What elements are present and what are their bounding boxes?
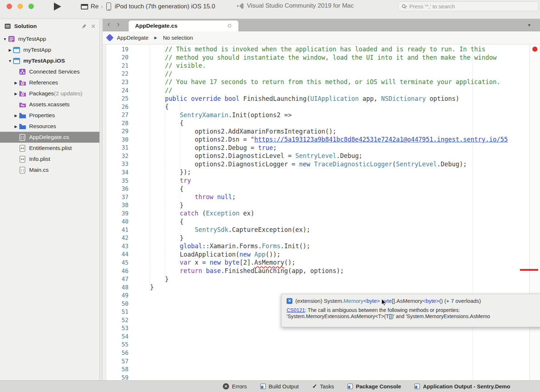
tree-disclosure-icon[interactable]: ▶	[13, 114, 19, 118]
code-line-42[interactable]: 42 }	[103, 234, 540, 242]
code-line-19[interactable]: 19 // This method is invoked when the ap…	[103, 45, 540, 54]
code-line-29[interactable]: 29 options2.AddXamarinFormsIntegration()…	[103, 127, 540, 135]
line-number[interactable]: 28	[103, 120, 129, 127]
tab-modified-indicator[interactable]	[228, 24, 231, 27]
code-line-21[interactable]: 21 // visible.	[103, 62, 540, 70]
sidebar-item-mytestapp[interactable]: ▶myTestApp	[0, 44, 99, 55]
pad-button-errors[interactable]: ✕Errors	[223, 383, 247, 389]
code-line-32[interactable]: 32 options2.DiagnosticLevel = SentryLeve…	[103, 152, 540, 160]
line-number[interactable]: 21	[103, 62, 129, 69]
code-line-35[interactable]: 35 try	[103, 177, 540, 185]
sidebar-item-entitlements-plist[interactable]: Entitlements.plist	[0, 143, 99, 154]
code-line-33[interactable]: 33 options2.DiagnosticLogger = new Trace…	[103, 160, 540, 169]
code-line-25[interactable]: 25 public override bool FinishedLaunchin…	[103, 94, 540, 103]
line-number[interactable]: 35	[103, 177, 129, 184]
code-line-38[interactable]: 38 }	[103, 201, 540, 209]
line-number[interactable]: 57	[103, 358, 129, 365]
line-number[interactable]: 44	[103, 251, 129, 258]
line-number[interactable]: 34	[103, 169, 129, 176]
line-number[interactable]: 24	[103, 87, 129, 94]
line-number[interactable]: 36	[103, 185, 129, 192]
line-number[interactable]: 59	[103, 374, 129, 380]
line-number[interactable]: 45	[103, 259, 129, 266]
line-number[interactable]: 56	[103, 349, 129, 356]
code-line-56[interactable]: 56	[103, 349, 540, 357]
code-line-59[interactable]: 59	[103, 373, 540, 380]
run-button[interactable]	[54, 3, 61, 11]
code-line-24[interactable]: 24 //	[103, 86, 540, 95]
tree-disclosure-icon[interactable]: ▶	[13, 92, 19, 96]
code-line-46[interactable]: 46 return base.FinishedLaunching(app, op…	[103, 267, 540, 275]
line-number[interactable]: 31	[103, 144, 129, 151]
device-selector[interactable]: iPod touch (7th generation) iOS 15.0	[106, 2, 215, 11]
line-number[interactable]: 51	[103, 308, 129, 315]
sidebar-item-appdelegate-cs[interactable]: {}AppDelegate.cs	[0, 132, 99, 143]
line-number[interactable]: 43	[103, 243, 129, 250]
code-line-20[interactable]: 20 // method you should instantiate the …	[103, 54, 540, 62]
pad-button-tasks[interactable]: ✓Tasks	[312, 383, 334, 390]
line-number[interactable]: 42	[103, 234, 129, 241]
code-line-23[interactable]: 23 // You have 17 seconds to return from…	[103, 78, 540, 86]
line-number[interactable]: 48	[103, 284, 129, 291]
code-line-36[interactable]: 36 {	[103, 185, 540, 193]
code-line-30[interactable]: 30 options2.Dsn = "https://5a193123a9b84…	[103, 135, 540, 144]
sidebar-item-properties[interactable]: ▶Properties	[0, 110, 99, 121]
line-number[interactable]: 46	[103, 268, 129, 274]
code-line-54[interactable]: 54	[103, 332, 540, 341]
line-number[interactable]: 55	[103, 341, 129, 348]
code-line-44[interactable]: 44 LoadApplication(new App());	[103, 250, 540, 259]
global-search[interactable]	[398, 1, 539, 11]
sidebar-item-references[interactable]: ▶References	[0, 77, 99, 88]
pad-button-build-output[interactable]: Build Output	[260, 383, 299, 389]
sidebar-item-packages[interactable]: ▶Packages (2 updates)	[0, 88, 99, 99]
code-line-31[interactable]: 31 options2.Debug = true;	[103, 144, 540, 152]
code-line-48[interactable]: 48 }	[103, 283, 540, 292]
navigate-forward-button[interactable]: ›	[114, 20, 122, 29]
close-window-button[interactable]	[7, 4, 12, 9]
sidebar-item-main-cs[interactable]: {}Main.cs	[0, 165, 99, 175]
code-line-39[interactable]: 39 catch (Exception ex)	[103, 209, 540, 218]
error-marker-line46[interactable]	[520, 269, 538, 271]
sidebar-item-assets-xcassets[interactable]: Assets.xcassets	[0, 99, 99, 110]
code-line-28[interactable]: 28 {	[103, 119, 540, 127]
tab-overflow-dropdown-icon[interactable]: ▼	[527, 23, 531, 27]
sidebar-item-mytestapp-ios[interactable]: ▼myTestApp.iOS	[0, 55, 99, 66]
code-line-40[interactable]: 40 {	[103, 217, 540, 226]
line-number[interactable]: 19	[103, 46, 129, 53]
pin-icon[interactable]	[82, 24, 87, 29]
line-number[interactable]: 50	[103, 300, 129, 307]
code-line-57[interactable]: 57	[103, 357, 540, 365]
configuration-selector[interactable]: Re ›	[81, 2, 103, 11]
line-number[interactable]: 53	[103, 325, 129, 332]
line-number[interactable]: 23	[103, 79, 129, 86]
tree-disclosure-icon[interactable]: ▼	[2, 37, 8, 41]
search-input[interactable]	[409, 3, 535, 9]
code-line-26[interactable]: 26 {	[103, 103, 540, 111]
pad-splitter[interactable]	[100, 19, 102, 380]
line-number[interactable]: 49	[103, 292, 129, 299]
line-number[interactable]: 39	[103, 210, 129, 217]
code-line-43[interactable]: 43 global::Xamarin.Forms.Forms.Init();	[103, 242, 540, 250]
line-number[interactable]: 47	[103, 276, 129, 282]
code-line-41[interactable]: 41 SentrySdk.CaptureException(ex);	[103, 226, 540, 234]
code-line-37[interactable]: 37 throw null;	[103, 193, 540, 201]
tree-disclosure-icon[interactable]: ▶	[7, 48, 13, 52]
code-line-22[interactable]: 22 //	[103, 70, 540, 78]
line-number[interactable]: 29	[103, 128, 129, 135]
tab-appdelegate[interactable]: AppDelegate.cs	[128, 20, 239, 31]
code-editor[interactable]: 19 // This method is invoked when the ap…	[103, 44, 540, 380]
code-line-45[interactable]: 45 var x = new byte[2].AsMemory();	[103, 258, 540, 267]
breadcrumb-selection[interactable]: No selection	[163, 35, 193, 41]
line-number[interactable]: 52	[103, 317, 129, 324]
sidebar-item-info-plist[interactable]: Info.plist	[0, 154, 99, 165]
line-number[interactable]: 27	[103, 111, 129, 118]
line-number[interactable]: 20	[103, 54, 129, 61]
line-number[interactable]: 37	[103, 194, 129, 201]
code-line-58[interactable]: 58	[103, 365, 540, 373]
code-line-34[interactable]: 34 });	[103, 168, 540, 177]
line-number[interactable]: 54	[103, 333, 129, 340]
code-line-55[interactable]: 55	[103, 341, 540, 349]
breadcrumb-class[interactable]: AppDelegate	[117, 35, 149, 41]
line-number[interactable]: 38	[103, 202, 129, 209]
line-number[interactable]: 22	[103, 70, 129, 77]
